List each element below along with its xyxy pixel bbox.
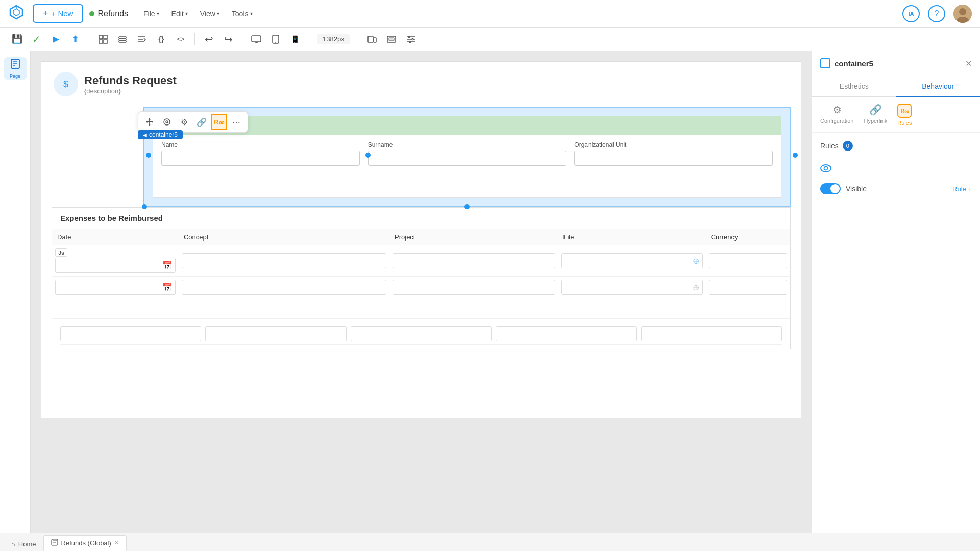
- concept-input[interactable]: [182, 253, 386, 268]
- empty-cell-4[interactable]: [496, 326, 636, 341]
- menu-bar: File ▾ Edit ▾ View ▾ Tools ▾: [138, 8, 257, 20]
- container-label[interactable]: ◀ container5: [138, 130, 183, 139]
- preview-button[interactable]: [383, 31, 400, 48]
- file-menu[interactable]: File ▾: [138, 8, 164, 20]
- visible-toggle[interactable]: [820, 183, 841, 194]
- project-input[interactable]: [393, 253, 555, 268]
- name-label: Name: [161, 141, 360, 148]
- empty-cell-5[interactable]: [641, 326, 782, 341]
- visible-row: Visible Rule +: [820, 183, 972, 194]
- view-menu[interactable]: View ▾: [195, 8, 225, 20]
- currency-cell: [706, 245, 790, 277]
- rules-tool[interactable]: R₀₀: [211, 114, 227, 130]
- right-panel: container5 ✕ Esthetics Behaviour ⚙ Confi…: [812, 51, 980, 533]
- rules-icon-box: R₀₀: [897, 104, 912, 118]
- redo-button[interactable]: ↪: [219, 31, 237, 48]
- close-button[interactable]: ✕: [965, 59, 972, 68]
- play-button[interactable]: ▶: [47, 31, 64, 48]
- currency-input[interactable]: [709, 253, 787, 268]
- concept-input-2[interactable]: [182, 280, 386, 295]
- plus-icon: +: [43, 8, 48, 19]
- separator: [89, 33, 89, 45]
- sub-tab-hyperlink[interactable]: 🔗 Hyperlink: [864, 104, 887, 126]
- project-cell: [389, 245, 558, 277]
- settings-tool[interactable]: ⚙: [176, 114, 192, 130]
- code-button[interactable]: {}: [153, 31, 170, 48]
- link-icon: 🔗: [869, 104, 882, 116]
- top-bar-right: IA ?: [902, 5, 972, 23]
- handle-top-left[interactable]: [146, 153, 151, 158]
- main-toolbar: 💾 ✓ ▶ ⬆ {} <> ↩ ↪: [0, 28, 980, 51]
- tab-close-button[interactable]: ✕: [114, 540, 119, 546]
- config-label: Configuration: [820, 118, 853, 124]
- new-button[interactable]: + + New: [33, 4, 83, 23]
- expenses-header: Expenses to be Reimbursed: [52, 208, 790, 229]
- separator5: [358, 33, 358, 45]
- tools-menu[interactable]: Tools ▾: [227, 8, 258, 20]
- table-row: 📅 ⊕: [52, 277, 790, 298]
- surname-input[interactable]: [368, 151, 567, 166]
- settings-button[interactable]: [402, 31, 420, 48]
- currency-input-2[interactable]: [709, 280, 787, 295]
- panel-title: container5: [835, 59, 873, 68]
- home-tab[interactable]: ⌂ Home: [4, 537, 43, 551]
- project-cell-2: [389, 277, 558, 298]
- page-icon: [10, 58, 21, 72]
- svg-rect-22: [389, 38, 394, 41]
- file-input[interactable]: ⊕: [561, 253, 703, 268]
- svg-rect-7: [104, 40, 107, 43]
- help-icon[interactable]: ?: [928, 5, 945, 22]
- components-button[interactable]: [94, 31, 112, 48]
- mobile-view[interactable]: 📱: [286, 31, 304, 48]
- file-input-2[interactable]: ⊕: [561, 280, 703, 295]
- save-button[interactable]: 💾: [8, 31, 26, 48]
- left-sidebar: Page: [0, 51, 31, 533]
- refunds-tab[interactable]: Refunds (Global) ✕: [43, 535, 127, 551]
- col-project: Project: [389, 229, 558, 245]
- refunds-tab-label: Refunds (Global): [61, 539, 111, 547]
- tablet-view[interactable]: [267, 31, 284, 48]
- rules-button[interactable]: [133, 31, 151, 48]
- upload-button[interactable]: ⬆: [66, 31, 84, 48]
- undo-button[interactable]: ↩: [200, 31, 217, 48]
- handle-bottom-mid[interactable]: [464, 204, 470, 209]
- name-input[interactable]: [161, 151, 360, 166]
- svg-rect-6: [99, 40, 103, 43]
- date-input-2[interactable]: 📅: [55, 280, 176, 295]
- html-button[interactable]: <>: [172, 31, 189, 48]
- rule-add-button[interactable]: Rule +: [952, 185, 972, 193]
- avatar[interactable]: [953, 5, 972, 23]
- move-tool[interactable]: [141, 114, 158, 130]
- tab-esthetics[interactable]: Esthetics: [812, 76, 896, 97]
- handle-top-right[interactable]: [793, 153, 798, 158]
- surname-field: Surname: [368, 141, 575, 166]
- name-field: Name: [161, 141, 368, 166]
- concept-cell: [179, 245, 389, 277]
- project-input-2[interactable]: [393, 280, 555, 295]
- org-input[interactable]: [574, 151, 773, 166]
- layers-button[interactable]: [114, 31, 131, 48]
- date-input[interactable]: 📅: [55, 258, 176, 273]
- link-tool[interactable]: 🔗: [193, 114, 210, 130]
- separator2: [194, 33, 195, 45]
- sub-tabs: ⚙ Configuration 🔗 Hyperlink R₀₀ Rules: [812, 97, 980, 133]
- responsive-button[interactable]: [363, 31, 381, 48]
- tab-behaviour[interactable]: Behaviour: [896, 76, 981, 97]
- empty-cell-2[interactable]: [205, 326, 346, 341]
- desktop-view[interactable]: [248, 31, 265, 48]
- empty-cell-1[interactable]: [60, 326, 201, 341]
- check-button[interactable]: ✓: [28, 31, 45, 48]
- svg-text:$: $: [63, 79, 68, 89]
- eye-row: [820, 159, 972, 179]
- rotate-tool[interactable]: [159, 114, 175, 130]
- canvas-area[interactable]: ⚙ 🔗 R₀₀ ⋯ ◀ container5 $: [31, 51, 812, 533]
- handle-top-mid[interactable]: [365, 153, 371, 158]
- edit-menu[interactable]: Edit ▾: [166, 8, 193, 20]
- empty-cell-3[interactable]: [351, 326, 492, 341]
- more-tool[interactable]: ⋯: [228, 114, 244, 130]
- handle-bottom-left[interactable]: [142, 204, 147, 209]
- ia-badge[interactable]: IA: [902, 5, 920, 22]
- sub-tab-rules[interactable]: R₀₀ Rules: [897, 104, 912, 126]
- sidebar-item-page[interactable]: Page: [4, 57, 27, 80]
- sub-tab-configuration[interactable]: ⚙ Configuration: [820, 104, 853, 126]
